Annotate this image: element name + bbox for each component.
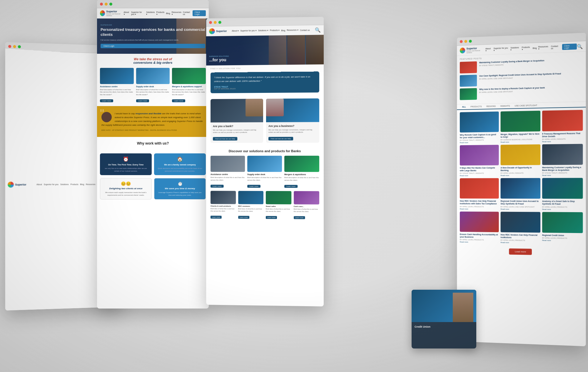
banks-nav-about[interactable]: About ▾ bbox=[232, 30, 239, 32]
main-logo-name: Superior bbox=[106, 10, 123, 13]
product-supply-img bbox=[247, 156, 282, 172]
load-more-btn[interactable]: Load more bbox=[509, 248, 532, 255]
max-dot4 bbox=[469, 40, 472, 43]
blog-nav-superior[interactable]: Superior for you ▾ bbox=[494, 47, 509, 52]
main-nav-about[interactable]: About ▾ bbox=[124, 11, 130, 16]
banks-nav-contact[interactable]: Contact us bbox=[300, 29, 310, 31]
product-cash-btn[interactable]: Learn more bbox=[294, 216, 305, 219]
bank-cta-btn[interactable]: Find out how we can help bbox=[213, 137, 237, 141]
product-smart-safes-btn[interactable]: Learn more bbox=[266, 216, 277, 219]
biz-cta-btn[interactable]: Find out how we can help bbox=[268, 137, 293, 140]
blog-post-9-title: Anatomy of a Smart Safe to Stop Syntheti… bbox=[542, 200, 583, 206]
blog-post-2: Merger, Migration, Upgrade? We're Here t… bbox=[501, 111, 540, 143]
blog-post-12-read[interactable]: Read more bbox=[542, 239, 583, 242]
product-smart-safes-desc: Brief desc of what this is and how this … bbox=[266, 208, 291, 213]
blog-post-12-author: BY APRIL LEVIN | PRODUCTS bbox=[542, 237, 583, 239]
credit-union-title: Credit Union bbox=[415, 325, 473, 329]
product-checks-img bbox=[211, 191, 236, 204]
blog-post-2-read[interactable]: Read more bbox=[501, 141, 540, 143]
biz-cta-title: Are you a business? bbox=[268, 124, 317, 128]
blog-post-3-read[interactable]: Read more bbox=[542, 140, 583, 143]
discover-section: Discover our solutions and products for … bbox=[206, 146, 324, 153]
col-mergers-btn[interactable]: Learn more bbox=[172, 99, 185, 102]
product-checks-btn[interactable]: Learn more bbox=[211, 216, 222, 219]
banks-nav-products[interactable]: Products ▾ bbox=[270, 29, 280, 31]
blog-post-9-read[interactable]: Read more bbox=[542, 208, 583, 210]
nav-about[interactable]: About bbox=[36, 183, 42, 185]
product-checks-desc: Brief desc of what this is and how this … bbox=[211, 208, 236, 212]
hero-login-btn[interactable]: Client Login bbox=[101, 44, 205, 48]
banks-nav-solutions[interactable]: Solutions ▾ bbox=[258, 29, 268, 32]
main-nav-superior[interactable]: Superior for you ▾ bbox=[131, 11, 145, 16]
blog-nav-solutions[interactable]: Solutions ▾ bbox=[510, 46, 520, 51]
blog-post-4-read[interactable]: Read more bbox=[460, 175, 499, 177]
col-supply-img bbox=[136, 68, 170, 84]
blog-post-7-read[interactable]: Read more bbox=[460, 208, 499, 210]
min-dot4 bbox=[464, 40, 467, 43]
col-assistance-btn[interactable]: Learn more bbox=[100, 99, 113, 102]
banks-nav-resources[interactable]: Resources ▾ bbox=[287, 29, 298, 31]
main-nav-solutions[interactable]: Solutions ▾ bbox=[146, 11, 155, 16]
blog-post-1-read[interactable]: Read more bbox=[460, 141, 499, 144]
featured-post-2: Use Case Spotlight: Regional Credit Unio… bbox=[460, 72, 583, 87]
col-mergers-label: Mergers & aquisitions support bbox=[172, 86, 206, 88]
blog-post-11-read[interactable]: Read more bbox=[501, 242, 540, 244]
blog-nav-resources[interactable]: Resources ▾ bbox=[538, 45, 549, 50]
product-supply-btn[interactable]: Learn more bbox=[247, 185, 260, 188]
stress-out-heading: We take the stress out of conversions & … bbox=[97, 54, 209, 68]
main-nav-contact[interactable]: Contact us bbox=[183, 11, 191, 15]
blog-post-4: 5 Ways Mid-Tier Banks Can Compete with L… bbox=[460, 145, 499, 177]
blog-post-11-img bbox=[501, 212, 540, 232]
blog-client-login[interactable]: Client Login bbox=[562, 43, 577, 50]
blog-nav-products[interactable]: Products ▾ bbox=[522, 46, 531, 51]
blog-search-icon[interactable]: 🔍 bbox=[577, 43, 583, 49]
product-assistance-btn[interactable]: Learn more bbox=[211, 185, 223, 188]
feature-family-desc: Quick decisions and accountability are a… bbox=[157, 167, 203, 172]
banks-search-icon[interactable]: 🔍 bbox=[315, 27, 321, 33]
main-nav-items: About ▾ Superior for you ▾ Solutions ▾ P… bbox=[124, 10, 206, 16]
blog-nav-about[interactable]: About ▾ bbox=[485, 47, 492, 52]
main-logo-icon bbox=[100, 10, 105, 16]
time-save-icon: ⏱️ bbox=[157, 181, 203, 186]
blog-post-8-read[interactable]: Read more bbox=[501, 208, 540, 210]
blog-post-6-read[interactable]: Read more bbox=[542, 175, 583, 177]
blog-post-4-img bbox=[460, 145, 499, 165]
nav-solutions[interactable]: Solutions bbox=[60, 183, 69, 185]
nav-blog[interactable]: Blog bbox=[80, 183, 84, 185]
main-nav-resources[interactable]: Resources ▾ bbox=[172, 11, 181, 16]
col-supply-desc: Brief description of what this is and ho… bbox=[136, 88, 170, 96]
blog-post-1-img bbox=[460, 111, 499, 133]
tab-regions[interactable]: REGIONS bbox=[484, 104, 498, 110]
product-assistance-img bbox=[211, 156, 245, 172]
blog-post-8-img bbox=[501, 178, 540, 199]
banks-nav-blog[interactable]: Blog bbox=[281, 29, 285, 31]
product-rdc-btn[interactable]: Learn more bbox=[238, 216, 249, 219]
tab-products[interactable]: PRODUCTS bbox=[468, 104, 484, 110]
blog-logo-sub: treasury and financial solutions bbox=[466, 49, 485, 53]
col-supply-btn[interactable]: Learn more bbox=[136, 99, 149, 102]
main-client-login-btn[interactable]: Client Login bbox=[193, 10, 206, 16]
feature-ontime-desc: we only hire on to new bank relationship… bbox=[103, 167, 149, 172]
blog-post-4-title: 5 Ways Mid-Tier Banks Can Compete with L… bbox=[460, 167, 499, 172]
blog-post-5-read[interactable]: Read more bbox=[501, 175, 540, 176]
blog-nav-blog[interactable]: Blog bbox=[533, 47, 537, 49]
product-rdc-label: RDC scanners bbox=[238, 205, 263, 207]
cu-person bbox=[453, 293, 473, 322]
nav-superior[interactable]: Superior for you bbox=[44, 183, 59, 185]
blog-post-10-read[interactable]: Read more bbox=[460, 241, 499, 243]
three-cols: Assistance centre Brief description of w… bbox=[97, 68, 209, 106]
delight-desc: We ensure each supply transaction meets … bbox=[103, 191, 148, 196]
blog-nav-contact[interactable]: Contact us bbox=[551, 45, 561, 49]
nav-resources[interactable]: Resources bbox=[86, 183, 95, 185]
main-logo-sub: treasury and financial solutions bbox=[106, 13, 123, 16]
nav-products[interactable]: Products bbox=[70, 183, 78, 185]
main-nav-blog[interactable]: Blog bbox=[166, 12, 170, 14]
product-smart-safes-label: Smart safes bbox=[266, 205, 291, 207]
banks-nav-superior[interactable]: Superior for you ▾ bbox=[240, 29, 257, 32]
tab-usecase[interactable]: USE CASE SPOTLIGHT bbox=[512, 103, 539, 109]
main-nav-products[interactable]: Products ▾ bbox=[156, 11, 165, 16]
why-title: Why work with us? bbox=[101, 141, 204, 145]
tab-insights[interactable]: INSIGHTS bbox=[498, 103, 512, 109]
product-mergers-banks-btn[interactable]: Learn more bbox=[284, 185, 298, 188]
tab-all[interactable]: ALL bbox=[460, 104, 468, 110]
